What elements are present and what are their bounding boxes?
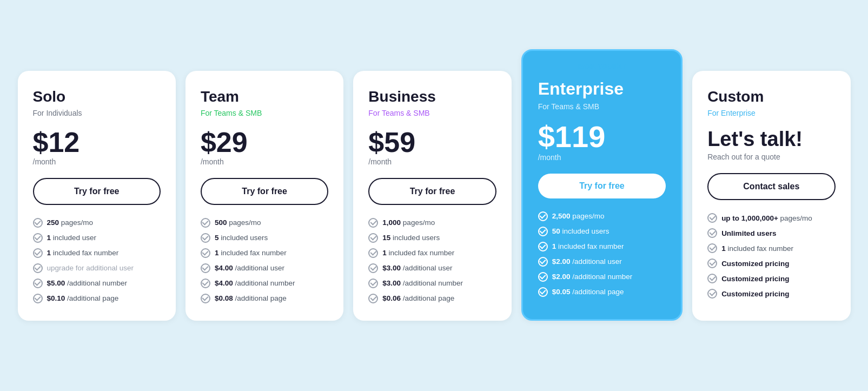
feature-value: 1 xyxy=(47,234,51,242)
feature-check-icon xyxy=(33,218,43,228)
feature-check-icon xyxy=(368,233,378,243)
feature-item-team-0: 500 pages/mo xyxy=(201,218,328,228)
plan-card-team: TeamFor Teams & SMB$29/monthTry for free… xyxy=(185,71,343,321)
cta-button-solo[interactable]: Try for free xyxy=(33,178,161,205)
feature-item-business-5: $0.06 /additional page xyxy=(368,294,496,303)
period-solo: /month xyxy=(33,157,161,166)
pricing-container: SoloFor Individuals$12/monthTry for free… xyxy=(18,71,851,321)
feature-check-icon xyxy=(201,263,210,273)
feature-text: 1 included fax number xyxy=(721,244,793,253)
feature-item-custom-4: Customized pricing xyxy=(707,274,835,283)
feature-item-team-1: 5 included users xyxy=(201,233,328,243)
feature-value: $0.10 xyxy=(47,294,65,302)
feature-item-business-1: 15 included users xyxy=(368,233,496,243)
feature-item-solo-5: $0.10 /additional page xyxy=(33,294,161,303)
feature-check-icon xyxy=(538,257,548,267)
feature-value: $4.00 xyxy=(215,279,233,287)
feature-check-icon xyxy=(707,289,717,299)
feature-text: $3.00 /additional number xyxy=(382,279,463,287)
feature-value: Customized pricing xyxy=(721,275,789,283)
feature-item-solo-0: 250 pages/mo xyxy=(33,218,161,228)
feature-text: 2,500 pages/mo xyxy=(552,212,605,220)
plan-name-team: Team xyxy=(201,88,328,105)
feature-item-enterprise-2: 1 included fax number xyxy=(538,242,666,251)
price-area-team: $29/month xyxy=(201,128,328,166)
feature-item-enterprise-5: $0.05 /additional page xyxy=(538,287,666,297)
feature-value: 50 xyxy=(552,227,560,235)
feature-check-icon xyxy=(201,248,210,258)
feature-text: $2.00 /additional number xyxy=(552,273,633,281)
feature-check-icon xyxy=(538,272,548,282)
feature-item-business-0: 1,000 pages/mo xyxy=(368,218,496,228)
plan-card-solo: SoloFor Individuals$12/monthTry for free… xyxy=(18,71,176,321)
plan-name-business: Business xyxy=(368,88,496,105)
feature-text: 1 included fax number xyxy=(215,249,287,257)
plan-subtitle-team: For Teams & SMB xyxy=(201,109,328,117)
feature-text: $2.00 /additional user xyxy=(552,257,622,266)
feature-value: $5.00 xyxy=(47,279,65,287)
cta-button-custom[interactable]: Contact sales xyxy=(707,173,835,200)
feature-item-solo-4: $5.00 /additional number xyxy=(33,279,161,288)
cta-button-business[interactable]: Try for free xyxy=(368,178,496,205)
feature-value: $0.05 xyxy=(552,288,571,296)
feature-item-enterprise-0: 2,500 pages/mo xyxy=(538,211,666,221)
feature-check-icon xyxy=(707,228,717,238)
feature-text: 1,000 pages/mo xyxy=(382,218,435,227)
feature-check-icon xyxy=(368,218,378,228)
plan-subtitle-custom: For Enterprise xyxy=(707,109,835,117)
feature-text: 1 included fax number xyxy=(552,242,624,250)
feature-text: $0.06 /additional page xyxy=(382,294,454,302)
feature-value: $0.08 xyxy=(215,294,233,302)
feature-text: $0.10 /additional page xyxy=(47,294,119,302)
price-team: $29 xyxy=(201,128,328,156)
feature-item-solo-1: 1 included user xyxy=(33,233,161,243)
price-solo: $12 xyxy=(33,128,161,156)
feature-text: upgrade for additional user xyxy=(47,264,134,272)
feature-value: 1 xyxy=(382,249,387,257)
price-business: $59 xyxy=(368,128,496,156)
feature-text: $0.05 /additional page xyxy=(552,288,624,296)
feature-text: 1 included user xyxy=(47,234,97,242)
plan-card-custom: CustomFor EnterpriseLet's talk!Reach out… xyxy=(692,71,850,321)
feature-value: 1 xyxy=(721,244,726,253)
feature-item-custom-5: Customized pricing xyxy=(707,289,835,299)
cta-button-team[interactable]: Try for free xyxy=(201,178,328,205)
feature-check-icon xyxy=(33,263,43,273)
feature-check-icon xyxy=(707,259,717,268)
feature-value: 15 xyxy=(382,234,390,242)
feature-item-team-2: 1 included fax number xyxy=(201,248,328,258)
feature-item-custom-3: Customized pricing xyxy=(707,259,835,268)
feature-text: Customized pricing xyxy=(721,275,789,283)
features-list-team: 500 pages/mo5 included users1 included f… xyxy=(201,218,328,303)
feature-text: Customized pricing xyxy=(721,290,789,298)
period-enterprise: /month xyxy=(538,153,666,162)
feature-value: up to 1,000,000+ xyxy=(721,214,778,222)
feature-item-team-4: $4.00 /additional number xyxy=(201,279,328,288)
feature-value: $3.00 xyxy=(382,264,401,272)
feature-check-icon xyxy=(538,211,548,221)
features-list-business: 1,000 pages/mo15 included users1 include… xyxy=(368,218,496,303)
feature-value: 250 xyxy=(47,218,59,227)
feature-item-enterprise-4: $2.00 /additional number xyxy=(538,272,666,282)
lets-talk: Let's talk! xyxy=(707,128,835,151)
feature-item-enterprise-1: 50 included users xyxy=(538,227,666,236)
feature-check-icon xyxy=(707,213,717,223)
feature-check-icon xyxy=(707,274,717,283)
period-business: /month xyxy=(368,157,496,166)
plan-card-business: BusinessFor Teams & SMB$59/monthTry for … xyxy=(353,71,511,321)
feature-text: $5.00 /additional number xyxy=(47,279,128,287)
price-enterprise: $119 xyxy=(538,122,666,152)
plan-name-solo: Solo xyxy=(33,88,161,105)
feature-value: Customized pricing xyxy=(721,260,789,268)
feature-value: 5 xyxy=(215,234,219,242)
feature-check-icon xyxy=(201,218,210,228)
cta-button-enterprise[interactable]: Try for free xyxy=(538,174,666,198)
features-list-custom: up to 1,000,000+ pages/moUnlimited users… xyxy=(707,213,835,299)
feature-check-icon xyxy=(33,294,43,303)
feature-item-team-5: $0.08 /additional page xyxy=(201,294,328,303)
feature-value: $4.00 xyxy=(215,264,233,272)
plan-name-custom: Custom xyxy=(707,88,835,105)
feature-text: 15 included users xyxy=(382,234,440,242)
plan-subtitle-solo: For Individuals xyxy=(33,109,161,117)
feature-item-solo-2: 1 included fax number xyxy=(33,248,161,258)
